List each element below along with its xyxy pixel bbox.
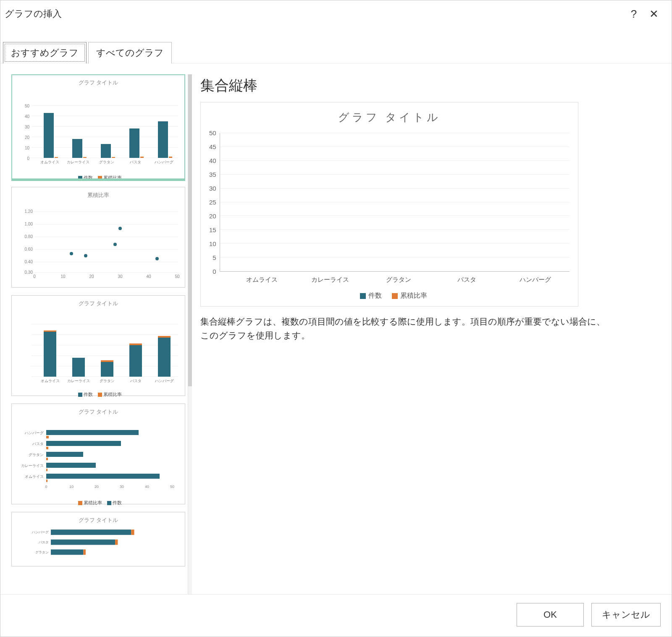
svg-rect-14	[101, 144, 111, 158]
svg-text:50: 50	[170, 485, 174, 489]
svg-point-48	[118, 227, 122, 230]
svg-rect-61	[44, 330, 56, 332]
preview-plot-area: 05101520253035404550	[209, 133, 570, 272]
svg-text:カレーライス: カレーライス	[21, 464, 44, 468]
legend-label: 件数	[84, 392, 93, 397]
legend-label: 件数	[368, 292, 382, 299]
preview-panel: 集合縦棒 グラフ タイトル 05101520253035404550 オムライス…	[200, 74, 663, 594]
svg-text:ハンバーグ: ハンバーグ	[155, 379, 174, 383]
svg-text:10: 10	[60, 274, 66, 279]
svg-rect-82	[46, 458, 48, 460]
svg-text:50: 50	[175, 274, 180, 279]
svg-text:1.00: 1.00	[25, 222, 33, 226]
x-category-label: ハンバーグ	[512, 276, 559, 284]
x-category-label: オムライス	[238, 276, 286, 284]
svg-rect-21	[169, 157, 172, 158]
thumbnail-chart-icon: 0.300.400.60 0.801.001.20 01020 304050	[14, 201, 182, 281]
svg-text:20: 20	[25, 135, 30, 140]
svg-text:グラタン: グラタン	[29, 453, 44, 457]
cancel-button[interactable]: キャンセル	[591, 603, 661, 627]
thumbnail-legend: 件数 累積比率	[14, 391, 182, 398]
svg-point-49	[155, 257, 159, 260]
thumbnail-title: 累積比率	[14, 191, 182, 199]
dialog-title: グラフの挿入	[5, 8, 624, 20]
close-icon[interactable]: ✕	[644, 5, 664, 22]
scrollbar-thumb[interactable]	[188, 74, 192, 386]
svg-text:グラタン: グラタン	[35, 550, 49, 554]
help-icon[interactable]: ?	[624, 5, 644, 22]
chart-description: 集合縦棒グラフは、複数の項目間の値を比較する際に使用します。項目の順序が重要でな…	[200, 315, 612, 342]
svg-text:パスタ: パスタ	[130, 379, 142, 383]
svg-text:10: 10	[69, 485, 74, 489]
tab-all-charts[interactable]: すべてのグラフ	[88, 42, 172, 63]
svg-text:20: 20	[89, 274, 94, 279]
thumbnail-title: グラフ タイトル	[14, 79, 182, 87]
svg-text:ハンバーグ: ハンバーグ	[24, 431, 44, 435]
legend-label: 累積比率	[84, 500, 102, 505]
svg-text:40: 40	[146, 274, 151, 279]
svg-rect-60	[158, 338, 171, 377]
svg-rect-76	[46, 441, 121, 446]
thumbnail-clustered-column[interactable]: グラフ タイトル 01020 304050	[11, 74, 185, 179]
thumbnail-panel: グラフ タイトル 01020 304050	[11, 74, 192, 594]
legend-label: 累積比率	[103, 392, 122, 397]
svg-text:オムライス: オムライス	[25, 474, 44, 479]
thumbnail-chart-icon: ハンバーグパスタ グラタンカレーライスオムライス	[14, 417, 182, 498]
svg-rect-98	[51, 549, 83, 555]
tabstrip: おすすめグラフ すべてのグラフ	[0, 42, 672, 63]
dialog-body: グラフ タイトル 01020 304050	[0, 63, 672, 594]
svg-rect-19	[112, 157, 115, 158]
svg-text:ハンバーグ: ハンバーグ	[32, 530, 49, 534]
svg-rect-13	[72, 139, 82, 158]
svg-rect-81	[46, 447, 48, 449]
svg-rect-18	[83, 157, 87, 158]
svg-text:0: 0	[45, 485, 47, 489]
svg-text:パスタ: パスタ	[129, 160, 141, 164]
thumbnail-title: グラフ タイトル	[14, 300, 182, 307]
svg-text:パスタ: パスタ	[32, 442, 44, 446]
insert-chart-dialog: グラフの挿入 ? ✕ おすすめグラフ すべてのグラフ グラフ タイトル	[0, 0, 672, 637]
thumbnail-chart-icon: ハンバーグパスタグラタン	[14, 526, 182, 560]
thumbnail-title: グラフ タイトル	[14, 408, 182, 416]
svg-text:30: 30	[120, 485, 124, 489]
thumbnail-stacked-column[interactable]: グラフ タイトル	[11, 295, 185, 396]
svg-rect-94	[51, 530, 131, 535]
y-axis: 05101520253035404550	[209, 133, 220, 272]
svg-rect-96	[51, 540, 115, 545]
svg-rect-79	[46, 474, 160, 479]
svg-text:20: 20	[94, 485, 99, 489]
bar-container	[220, 133, 570, 271]
thumbnail-title: グラフ タイトル	[14, 516, 182, 524]
svg-rect-17	[55, 157, 58, 158]
x-category-label: グラタン	[375, 276, 423, 284]
thumbnail-scatter[interactable]: 累積比率 0.300.400.60 0.801.001.20 01020	[11, 187, 185, 288]
preview-chart-title: グラフ タイトル	[209, 110, 570, 125]
svg-rect-63	[129, 343, 142, 345]
thumbnail-horizontal-bar[interactable]: グラフ タイトル ハンバーグパスタ グラタンカレーライスオムライス	[11, 404, 185, 504]
svg-rect-78	[46, 463, 96, 468]
svg-text:オムライス: オムライス	[40, 160, 59, 164]
tab-recommended[interactable]: おすすめグラフ	[3, 42, 87, 63]
legend-label: 累積比率	[400, 292, 427, 299]
svg-text:ハンバーグ: ハンバーグ	[154, 160, 174, 164]
thumbnail-scrollbar[interactable]	[188, 74, 192, 594]
svg-rect-12	[44, 113, 54, 158]
preview-chart: グラフ タイトル 05101520253035404550 オムライスカレーライ…	[200, 102, 578, 307]
svg-rect-20	[140, 157, 144, 158]
svg-rect-83	[46, 469, 47, 471]
svg-rect-62	[101, 360, 113, 362]
svg-text:0.40: 0.40	[25, 260, 33, 264]
svg-rect-84	[46, 480, 47, 482]
x-axis-categories: オムライスカレーライスグラタンパスタハンバーグ	[209, 276, 570, 284]
plot-grid	[220, 133, 570, 272]
svg-rect-59	[129, 345, 142, 377]
thumbnail-horizontal-stacked[interactable]: グラフ タイトル ハンバーグパスタグラタン	[11, 512, 185, 566]
svg-rect-56	[44, 332, 56, 377]
chart-type-title: 集合縦棒	[200, 76, 663, 95]
svg-text:30: 30	[118, 274, 123, 279]
x-category-label: パスタ	[443, 276, 491, 284]
svg-point-45	[70, 252, 73, 255]
svg-text:0: 0	[33, 274, 36, 279]
svg-text:40: 40	[145, 485, 149, 489]
ok-button[interactable]: OK	[517, 603, 584, 627]
